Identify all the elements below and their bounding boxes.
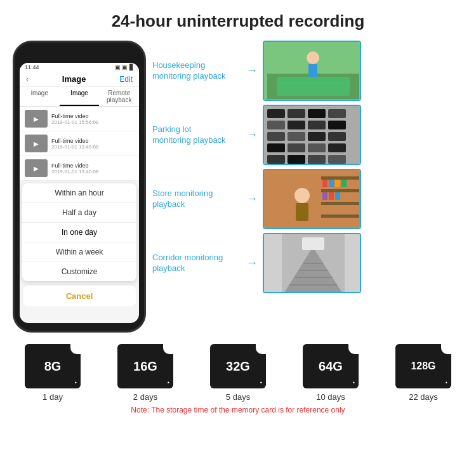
phone-time: 11:44 <box>25 64 39 70</box>
sd-size-8g: 8G <box>44 359 62 374</box>
svg-rect-32 <box>321 176 359 180</box>
svg-rect-27 <box>328 155 346 164</box>
svg-rect-15 <box>328 121 346 129</box>
svg-rect-34 <box>321 202 359 205</box>
monitoring-item-parking: Parking lotmonitoring playback → <box>152 105 463 165</box>
sd-card-8g: 8G • 1 day <box>25 344 81 402</box>
phone-nav-title: Image <box>62 74 86 84</box>
housekeeping-image <box>263 41 361 101</box>
phone-tab-image2[interactable]: Image <box>60 87 100 106</box>
svg-rect-33 <box>321 189 359 192</box>
svg-rect-3 <box>308 64 317 77</box>
sd-notch <box>348 344 359 354</box>
svg-rect-13 <box>288 121 305 129</box>
phone-tab-remote[interactable]: Remote playback <box>99 87 139 106</box>
cancel-button[interactable]: Cancel <box>22 285 136 307</box>
svg-rect-51 <box>345 234 361 293</box>
svg-rect-23 <box>328 143 346 152</box>
svg-rect-39 <box>341 180 347 187</box>
sd-dot-64g: • <box>353 380 355 386</box>
sd-notch <box>70 344 81 354</box>
phone-screen: 11:44 ▣ ▣ ▊ ‹ Image Edit image Image Rem… <box>20 63 139 323</box>
sd-size-128g: 128G <box>411 360 435 372</box>
svg-rect-17 <box>288 132 305 141</box>
sd-dot-128g: • <box>446 380 447 386</box>
phone-edit-button[interactable]: Edit <box>119 75 133 84</box>
sd-note: Note: The storage time of the memory car… <box>6 406 470 414</box>
right-panel: Housekeepingmonitoring playback → <box>152 41 463 333</box>
video-thumb-2: ▶ <box>25 135 48 152</box>
phone-list: ▶ Full-time video 2019-01-01 15:56:08 ▶ … <box>20 107 139 181</box>
phone-dropdown: Within an hour Half a day In one day Wit… <box>22 183 136 281</box>
phone-notch <box>57 50 102 59</box>
parking-svg <box>264 106 361 165</box>
corridor-arrow: → <box>246 256 258 270</box>
video-label-1: Full-time video <box>51 113 98 119</box>
list-item: ▶ Full-time video 2019-01-01 13:40:08 <box>20 156 139 181</box>
phone-mockup: 11:44 ▣ ▣ ▊ ‹ Image Edit image Image Rem… <box>13 41 146 333</box>
sd-card-icon-16g: 16G • <box>117 344 173 388</box>
phone-icons: ▣ ▣ ▊ <box>115 64 134 70</box>
svg-rect-35 <box>321 215 359 218</box>
sd-size-64g: 64G <box>319 359 343 374</box>
svg-rect-36 <box>322 180 327 187</box>
svg-rect-42 <box>335 192 340 200</box>
dropdown-item-4[interactable]: Within a week <box>22 242 136 262</box>
sd-notch <box>163 344 173 354</box>
dropdown-item-1[interactable]: Within an hour <box>22 183 136 203</box>
parking-corner-arrow <box>345 164 355 165</box>
svg-rect-19 <box>328 132 346 141</box>
svg-rect-21 <box>288 143 305 152</box>
svg-rect-9 <box>288 109 305 118</box>
sd-card-32g: 32G • 5 days <box>210 344 266 402</box>
dropdown-item-2[interactable]: Half a day <box>22 203 136 223</box>
sd-dot-32g: • <box>260 380 262 386</box>
housekeeping-label: Housekeepingmonitoring playback <box>152 60 241 82</box>
svg-rect-40 <box>322 192 327 200</box>
page-title: 24-hour uninterrupted recording <box>0 0 476 37</box>
svg-rect-50 <box>264 234 282 293</box>
store-label: Store monitoringplayback <box>152 188 241 210</box>
main-content: 11:44 ▣ ▣ ▊ ‹ Image Edit image Image Rem… <box>0 41 476 333</box>
store-arrow: → <box>246 192 258 206</box>
list-item: ▶ Full-time video 2019-01-01 13:45:08 <box>20 131 139 156</box>
sd-card-16g: 16G • 2 days <box>117 344 173 402</box>
list-item: ▶ Full-time video 2019-01-01 15:56:08 <box>20 107 139 131</box>
svg-rect-38 <box>335 180 340 187</box>
dropdown-item-3[interactable]: In one day <box>22 223 136 242</box>
sd-cards-row: 8G • 1 day 16G • 2 days 32G • 5 days <box>6 344 470 402</box>
svg-rect-10 <box>308 109 326 118</box>
sd-days-64g: 10 days <box>316 392 345 402</box>
video-date-1: 2019-01-01 15:56:08 <box>51 119 98 125</box>
housekeeping-svg <box>264 42 361 101</box>
phone-tab-image[interactable]: image <box>20 87 60 106</box>
parking-label: Parking lotmonitoring playback <box>152 124 241 146</box>
svg-rect-12 <box>267 121 285 129</box>
sd-notch <box>256 344 266 354</box>
corridor-label: Corridor monitoringplayback <box>152 253 241 274</box>
sd-dot-8g: • <box>75 380 77 386</box>
svg-rect-22 <box>308 143 326 152</box>
video-date-3: 2019-01-01 13:40:08 <box>51 169 98 175</box>
phone-tabs: image Image Remote playback <box>20 87 139 107</box>
svg-rect-26 <box>308 155 326 164</box>
dropdown-item-5[interactable]: Customize <box>22 262 136 281</box>
svg-rect-37 <box>329 180 334 187</box>
video-label-2: Full-time video <box>51 138 98 144</box>
video-label-3: Full-time video <box>51 162 98 169</box>
parking-arrow: → <box>246 128 258 142</box>
sd-days-128g: 22 days <box>409 392 438 402</box>
sd-card-icon-64g: 64G • <box>303 344 359 388</box>
corridor-svg <box>264 234 361 293</box>
monitoring-item-corridor: Corridor monitoringplayback → <box>152 233 463 293</box>
video-date-2: 2019-01-01 13:45:08 <box>51 144 98 150</box>
sd-dot-16g: • <box>168 380 169 386</box>
svg-rect-18 <box>308 132 326 141</box>
svg-rect-24 <box>267 155 285 164</box>
phone-back-button[interactable]: ‹ <box>26 75 29 84</box>
parking-image <box>263 105 361 165</box>
store-svg <box>264 170 361 229</box>
phone-status-bar: 11:44 ▣ ▣ ▊ <box>20 63 139 72</box>
sd-size-32g: 32G <box>226 359 250 374</box>
sd-section: 8G • 1 day 16G • 2 days 32G • 5 days <box>0 344 476 414</box>
